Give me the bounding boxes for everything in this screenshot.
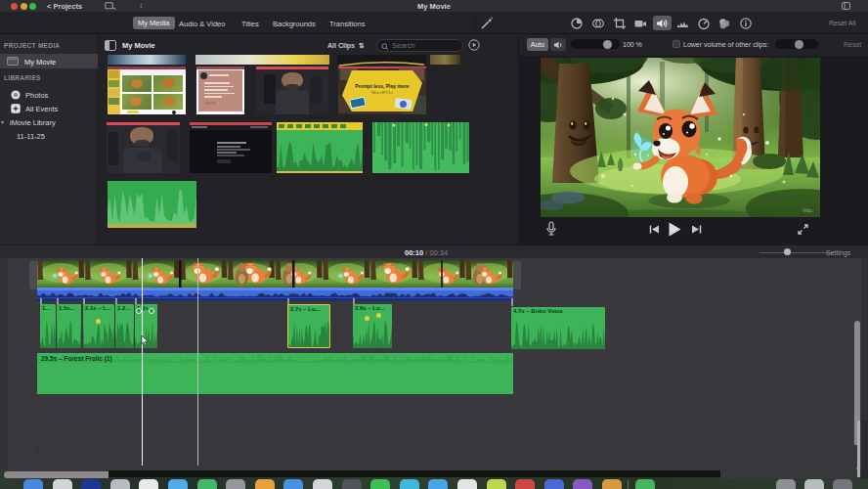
- svg-text:Vidu: Vidu: [803, 207, 812, 213]
